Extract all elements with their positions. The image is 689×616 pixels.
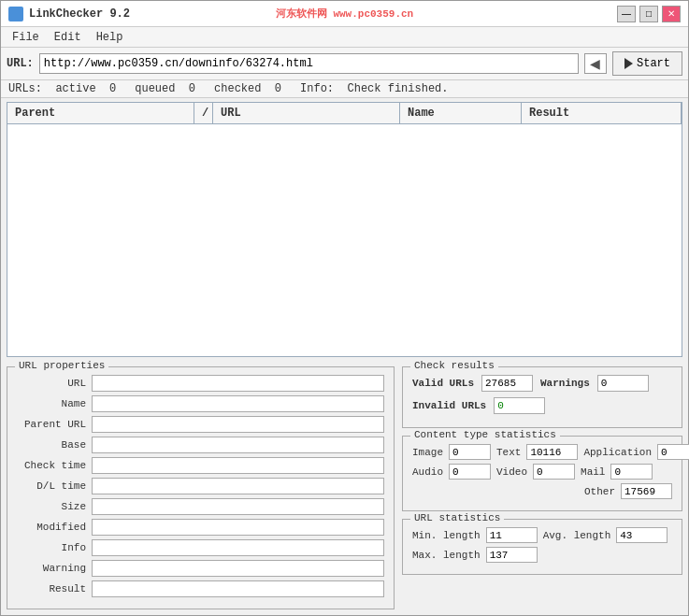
watermark-text: 河东软件网 www.pc0359.cn	[276, 7, 413, 21]
prop-label-url: URL	[17, 378, 92, 389]
url-stats-title: URL statistics	[410, 512, 504, 523]
content-row-1: Image Text Application	[412, 444, 672, 460]
prop-input-base[interactable]	[92, 437, 384, 453]
min-len-input[interactable]	[486, 527, 538, 543]
prop-label-name: Name	[17, 398, 92, 409]
image-input[interactable]	[449, 444, 491, 460]
info-label: Info: Check finished.	[300, 82, 448, 95]
prop-label-check-time: Check time	[17, 460, 92, 471]
prop-input-modified[interactable]	[92, 519, 384, 536]
audio-label: Audio	[412, 466, 443, 478]
title-bar: LinkChecker 9.2 河东软件网 www.pc0359.cn — □ …	[1, 1, 688, 27]
prop-row-result: Result	[17, 580, 384, 597]
content-stats-panel: Content type statistics Image Text Appli…	[402, 436, 682, 511]
audio-input[interactable]	[449, 464, 491, 480]
maximize-button[interactable]: □	[639, 6, 658, 22]
application-input[interactable]	[657, 444, 689, 460]
title-buttons: — □ ✕	[617, 6, 681, 22]
play-icon	[624, 58, 633, 69]
url-input[interactable]	[39, 53, 579, 74]
mail-label: Mail	[581, 466, 605, 478]
max-len-input[interactable]	[486, 547, 538, 563]
app-icon	[8, 7, 23, 21]
prop-row-base: Base	[17, 437, 384, 453]
prop-row-name: Name	[17, 395, 384, 412]
prop-row-dl-time: D/L time	[17, 478, 384, 494]
active-value: 0	[109, 82, 116, 95]
url-clear-button[interactable]: ◀	[584, 53, 607, 74]
application-label: Application	[583, 447, 652, 458]
avg-len-input[interactable]	[616, 527, 667, 543]
prop-row-parent-url: Parent URL	[17, 416, 384, 433]
content-row-3: Other	[412, 483, 672, 499]
right-section: Check results Valid URLs Warnings Invali…	[402, 366, 682, 609]
invalid-urls-row: Invalid URLs	[412, 397, 672, 414]
check-results-title: Check results	[410, 360, 498, 371]
prop-input-size[interactable]	[92, 498, 384, 515]
status-bar: URLs: active 0 queued 0 checked 0 Info: …	[1, 80, 688, 98]
table-body[interactable]	[7, 124, 682, 356]
image-label: Image	[412, 447, 443, 458]
text-label: Text	[496, 447, 521, 458]
video-input[interactable]	[533, 464, 575, 480]
prop-input-dl-time[interactable]	[92, 478, 384, 494]
warnings-input[interactable]	[597, 375, 649, 392]
start-button-label: Start	[637, 57, 670, 70]
prop-label-dl-time: D/L time	[17, 480, 92, 492]
menu-help[interactable]: Help	[89, 29, 131, 46]
active-label: URLs: active 0	[8, 82, 116, 95]
prop-label-warning: Warning	[17, 563, 92, 574]
video-label: Video	[496, 466, 527, 478]
prop-row-warning: Warning	[17, 560, 384, 577]
prop-input-url[interactable]	[92, 375, 384, 392]
th-parent: Parent	[7, 103, 194, 123]
url-properties-panel: URL properties URL Name Parent URL Base …	[7, 366, 395, 609]
close-button[interactable]: ✕	[662, 6, 681, 22]
mail-input[interactable]	[610, 464, 653, 480]
content-row-2: Audio Video Mail	[412, 464, 672, 480]
th-name: Name	[400, 103, 522, 123]
prop-label-result: Result	[17, 583, 92, 595]
other-input[interactable]	[621, 483, 672, 499]
url-stats-row-2: Max. length	[412, 547, 672, 563]
url-bar: URL: ◀ Start	[1, 48, 688, 80]
avg-len-label: Avg. length	[543, 530, 611, 541]
prop-label-size: Size	[17, 501, 92, 512]
valid-urls-input[interactable]	[481, 375, 533, 392]
th-result: Result	[522, 103, 682, 123]
prop-row-info: Info	[17, 539, 384, 556]
prop-row-modified: Modified	[17, 519, 384, 536]
th-url: URL	[213, 103, 400, 123]
url-bar-label: URL:	[7, 57, 34, 70]
other-label: Other	[584, 486, 615, 497]
start-button[interactable]: Start	[612, 51, 682, 76]
results-table: Parent / URL Name Result	[7, 102, 682, 357]
prop-input-parent-url[interactable]	[92, 416, 384, 433]
prop-input-result[interactable]	[92, 580, 384, 597]
invalid-urls-label: Invalid URLs	[412, 400, 486, 411]
url-properties-title: URL properties	[15, 360, 108, 371]
warnings-label: Warnings	[540, 378, 590, 389]
menu-file[interactable]: File	[5, 29, 47, 46]
th-slash: /	[194, 103, 213, 123]
prop-label-base: Base	[17, 439, 92, 451]
checked-label: checked 0	[214, 82, 281, 95]
main-window: LinkChecker 9.2 河东软件网 www.pc0359.cn — □ …	[0, 0, 689, 616]
prop-row-url: URL	[17, 375, 384, 392]
prop-input-warning[interactable]	[92, 560, 384, 577]
minimize-button[interactable]: —	[617, 6, 636, 22]
prop-row-size: Size	[17, 498, 384, 515]
url-stats-panel: URL statistics Min. length Avg. length M…	[402, 519, 682, 575]
bottom-section: URL properties URL Name Parent URL Base …	[1, 361, 688, 615]
prop-label-info: Info	[17, 542, 92, 553]
invalid-urls-input[interactable]	[494, 397, 545, 414]
valid-urls-row: Valid URLs Warnings	[412, 375, 672, 392]
prop-row-check-time: Check time	[17, 457, 384, 474]
prop-input-info[interactable]	[92, 539, 384, 556]
prop-label-modified: Modified	[17, 522, 92, 533]
text-input[interactable]	[526, 444, 578, 460]
prop-input-name[interactable]	[92, 395, 384, 412]
prop-input-check-time[interactable]	[92, 457, 384, 474]
menu-edit[interactable]: Edit	[47, 29, 89, 46]
min-len-label: Min. length	[412, 530, 481, 541]
